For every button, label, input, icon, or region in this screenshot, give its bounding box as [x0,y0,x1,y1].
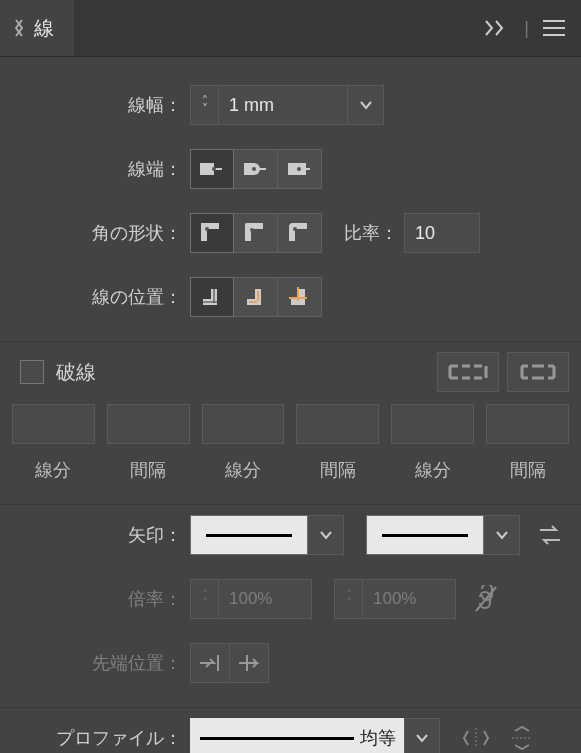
swap-arrows-button[interactable] [534,519,566,551]
svg-rect-19 [257,291,259,301]
dash-field-2[interactable] [202,404,285,444]
miter-ratio-input[interactable] [404,213,480,253]
arrow-scale-start-input [218,579,312,619]
cap-butt-button[interactable] [190,149,234,189]
dash-field-4[interactable] [391,404,474,444]
arrow-end-dropdown[interactable] [484,515,520,555]
panel-tab-bar: 線 | [0,0,581,57]
flip-across-button[interactable] [506,722,538,753]
tip-extend-button[interactable] [190,643,230,683]
arrow-scale-label: 倍率： [12,587,190,611]
dash-align-button[interactable] [507,352,569,392]
profile-label: プロファイル： [12,726,190,750]
separator: | [524,18,529,39]
arrow-scale-end-input [362,579,456,619]
dash-grid: 線分 間隔 線分 間隔 線分 間隔 [12,404,569,482]
svg-rect-18 [249,301,257,303]
chevron-down-icon: ˅ [202,599,208,607]
svg-rect-6 [257,168,266,170]
dash-label-3: 間隔 [320,458,356,482]
arrow-scale-end-stepper[interactable]: ˄ ˅ [334,579,362,619]
dash-label-2: 線分 [225,458,261,482]
stroke-width-dropdown[interactable] [348,85,384,125]
dash-label-4: 線分 [415,458,451,482]
stroke-cap-label: 線端： [12,157,190,181]
svg-point-5 [212,167,216,171]
arrow-end-select[interactable] [366,515,484,555]
profile-name: 均等 [360,726,404,750]
miter-ratio-label: 比率： [344,221,398,245]
dash-label-0: 線分 [35,458,71,482]
svg-point-7 [252,167,256,171]
svg-rect-2 [543,34,565,36]
stroke-panel-icon [12,16,26,40]
svg-rect-9 [301,168,310,170]
profile-select[interactable]: 均等 [190,718,404,753]
arrows-label: 矢印： [12,523,190,547]
stroke-width-input[interactable] [218,85,348,125]
cap-round-button[interactable] [234,149,278,189]
link-scale-icon[interactable] [470,579,502,619]
collapse-panel-button[interactable] [484,18,510,38]
join-round-button[interactable] [234,213,278,253]
align-outside-button[interactable] [278,277,322,317]
arrow-tip-label: 先端位置： [12,651,190,675]
dash-label-5: 間隔 [510,458,546,482]
svg-rect-0 [543,20,565,22]
dash-field-3[interactable] [296,404,379,444]
svg-rect-1 [543,27,565,29]
dash-field-5[interactable] [486,404,569,444]
svg-point-10 [297,167,301,171]
arrow-scale-start-stepper[interactable]: ˄ ˅ [190,579,218,619]
stroke-width-stepper[interactable]: ˄ ˅ [190,85,218,125]
svg-rect-21 [299,289,305,303]
stroke-panel-tab[interactable]: 線 [0,0,74,56]
stroke-align-label: 線の位置： [12,285,190,309]
dash-field-0[interactable] [12,404,95,444]
tab-label: 線 [34,15,54,42]
tip-at-end-button[interactable] [229,643,269,683]
dashed-label: 破線 [56,359,96,386]
svg-point-11 [205,227,209,231]
svg-point-12 [250,228,254,232]
join-miter-button[interactable] [190,213,234,253]
arrow-start-dropdown[interactable] [308,515,344,555]
panel-content: 線幅： ˄ ˅ 線端： [0,57,581,753]
chevron-down-icon: ˅ [202,105,208,113]
cap-projecting-button[interactable] [278,149,322,189]
profile-preview-icon [200,737,354,740]
dashed-checkbox[interactable] [20,360,44,384]
svg-rect-23 [297,287,299,301]
join-bevel-button[interactable] [278,213,322,253]
chevron-down-icon: ˅ [346,599,352,607]
flip-along-button[interactable] [460,722,492,753]
svg-point-13 [293,227,297,231]
dash-preserve-button[interactable] [437,352,499,392]
dash-label-1: 間隔 [130,458,166,482]
arrow-start-select[interactable] [190,515,308,555]
align-center-button[interactable] [190,277,234,317]
stroke-width-label: 線幅： [12,93,190,117]
svg-rect-3 [200,163,214,175]
stroke-join-label: 角の形状： [12,221,190,245]
dash-field-1[interactable] [107,404,190,444]
align-inside-button[interactable] [234,277,278,317]
panel-menu-button[interactable] [543,19,565,37]
profile-dropdown[interactable] [404,718,440,753]
